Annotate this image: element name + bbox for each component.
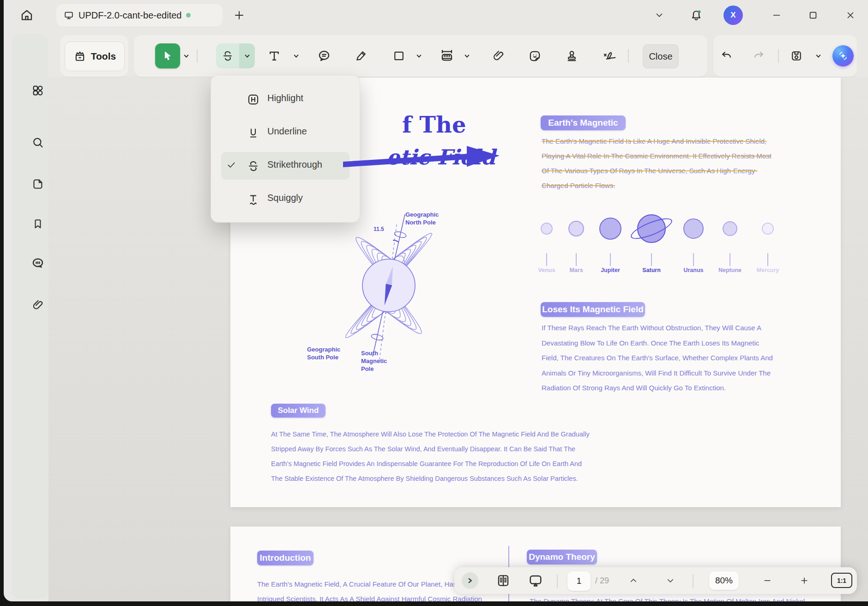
tools-button[interactable]: Tools [65,42,125,71]
paperclip-icon [32,299,44,311]
redo-button[interactable] [749,45,768,67]
magnetic-field-diagram [244,212,540,406]
label-geographic-south-pole: Geographic South Pole [307,345,340,361]
menu-item-highlight[interactable]: Highlight [211,85,360,114]
zoom-level-display[interactable]: 80% [709,571,739,590]
label-geographic-north-pole: Geographic North Pole [405,211,439,226]
undo-button[interactable] [717,45,735,67]
bottombar-divider [693,574,693,588]
document-tab[interactable]: UPDF-2.0-cant-be-edited [56,4,223,26]
close-label: Close [649,51,672,62]
chevron-down-icon [293,53,299,59]
shape-tool-dropdown[interactable] [414,50,424,62]
planet-mars [568,221,584,236]
menu-item-label: Squiggly [267,193,303,203]
planet-tick [546,253,547,266]
sidebar-item-pages[interactable] [26,172,50,196]
toolbar-divider [628,49,629,63]
chevron-down-icon [183,53,189,59]
new-tab-button[interactable] [230,6,248,24]
text-icon [267,49,281,63]
undo-icon [720,50,733,62]
planet-tick [651,253,652,266]
bookmark-icon [32,218,44,230]
text-tool-button[interactable] [264,44,284,67]
sticker-tool-button[interactable] [524,44,545,67]
menu-item-label: Strikethrough [267,159,322,170]
pen-icon [355,49,368,62]
redo-icon [753,50,765,62]
planet-tick [767,253,768,266]
presentation-mode-button[interactable] [524,567,547,594]
planet-tick [729,253,730,266]
book-spread-icon [496,574,510,588]
text-line: Animals Or Tiny Microorganisms, Will Fin… [542,366,805,381]
pointer-arrow-annotation [334,145,509,178]
toolbox-icon [73,50,86,63]
titlebar-expand-button[interactable] [651,7,668,24]
comment-tool-button[interactable] [314,44,334,67]
solar-paragraph: At The Same Time, The Atmosphere Will Al… [271,427,631,486]
plus-icon [800,576,809,585]
minimize-button[interactable] [768,7,785,24]
minus-icon [763,576,772,585]
text-line: Devastating Blow To Life On Earth. Once … [542,336,805,351]
two-page-view-button[interactable] [493,567,513,594]
sticker-icon [528,49,542,63]
toolbar-divider [197,49,198,63]
strikethrough-tool-dropdown[interactable] [239,43,255,68]
search-icon [31,136,44,149]
text-line: At The Same Time, The Atmosphere Will Al… [271,427,631,442]
page-number-input[interactable] [567,571,591,591]
save-button[interactable] [786,45,807,67]
maximize-button[interactable] [805,7,821,24]
zoom-in-button[interactable] [795,567,814,594]
sidebar-item-comments[interactable] [26,251,50,275]
text-tool-dropdown[interactable] [291,50,301,62]
close-window-button[interactable] [842,7,859,24]
avatar[interactable]: X [723,6,743,25]
page-total-label: / 29 [592,567,612,594]
grid-icon [31,84,44,97]
notifications-button[interactable] [687,6,705,24]
select-tool-dropdown[interactable] [181,50,191,62]
signature-tool-button[interactable] [598,44,621,67]
previous-page-button[interactable] [624,567,643,594]
menu-item-underline[interactable]: Underline [211,118,360,147]
struck-line: Playing A Vital Role In The Cosmic Envir… [542,149,800,164]
home-button[interactable] [18,6,36,24]
strikethrough-icon [222,50,234,62]
menu-item-squiggly[interactable]: Squiggly [211,184,360,214]
zoom-out-button[interactable] [758,567,777,594]
text-line: Stripped Away By Forces Such As The Sola… [271,442,631,456]
measure-tool-button[interactable] [437,44,457,67]
text-line: Field, The Creatures On The Earth's Surf… [542,351,805,366]
planet-uranus [683,218,704,239]
strikethrough-tool-button[interactable] [216,43,239,68]
check-icon [227,160,236,171]
attach-tool-button[interactable] [488,44,509,67]
square-icon [392,49,405,62]
chat-icon [31,256,45,270]
pen-tool-button[interactable] [351,44,371,67]
ai-assistant-button[interactable] [832,45,854,67]
stamp-tool-button[interactable] [561,44,582,67]
close-icon [845,10,856,20]
sidebar-item-search[interactable] [26,131,50,155]
shape-tool-button[interactable] [389,44,409,67]
expand-panel-button[interactable] [461,567,479,594]
next-page-button[interactable] [661,567,680,594]
measure-tool-dropdown[interactable] [462,50,472,62]
sidebar-item-bookmarks[interactable] [26,212,50,236]
close-tools-button[interactable]: Close [643,44,679,68]
page-navigation-bar: / 29 80% 1:1 [454,567,857,594]
tools-label: Tools [91,51,116,62]
sidebar-item-attachments[interactable] [26,293,50,317]
select-tool-button[interactable] [155,43,180,68]
cursor-icon [162,50,174,62]
sidebar-item-grid[interactable] [26,79,50,103]
actual-size-button[interactable]: 1:1 [831,573,852,588]
planet-label: Saturn [631,267,672,273]
maximize-icon [808,10,818,20]
save-dropdown[interactable] [813,50,823,62]
